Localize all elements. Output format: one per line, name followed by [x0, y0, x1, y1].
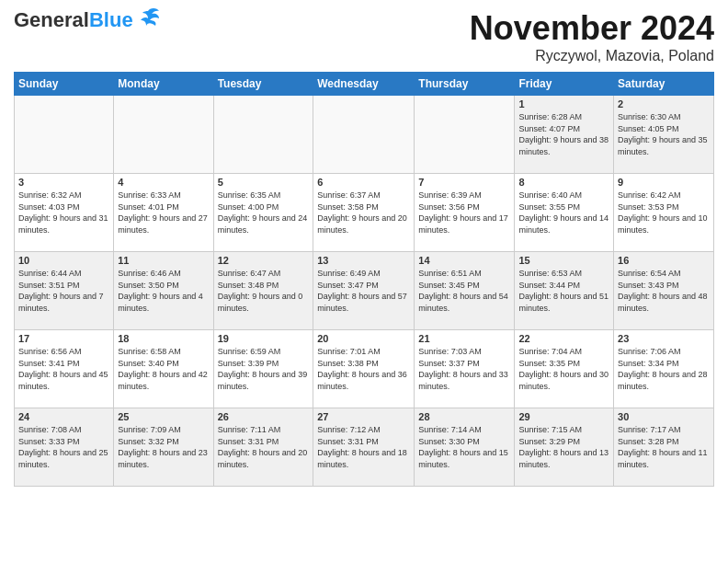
- day-number: 16: [618, 255, 710, 266]
- day-number: 27: [317, 411, 410, 422]
- day-info: Sunrise: 6:49 AMSunset: 3:47 PMDaylight:…: [317, 268, 410, 314]
- calendar-cell: 4Sunrise: 6:33 AMSunset: 4:01 PMDaylight…: [114, 174, 213, 252]
- day-number: 9: [618, 177, 710, 188]
- weekday-header: Monday: [114, 73, 213, 96]
- calendar-cell: 29Sunrise: 7:15 AMSunset: 3:29 PMDayligh…: [515, 408, 614, 487]
- weekday-header: Thursday: [415, 73, 515, 96]
- day-info: Sunrise: 6:53 AMSunset: 3:44 PMDaylight:…: [518, 268, 609, 314]
- logo-general: General: [14, 8, 89, 31]
- calendar-cell: 28Sunrise: 7:14 AMSunset: 3:30 PMDayligh…: [415, 408, 515, 487]
- calendar-week-row: 1Sunrise: 6:28 AMSunset: 4:07 PMDaylight…: [15, 96, 714, 174]
- day-info: Sunrise: 6:40 AMSunset: 3:55 PMDaylight:…: [518, 190, 609, 236]
- calendar-cell: 3Sunrise: 6:32 AMSunset: 4:03 PMDaylight…: [15, 174, 114, 252]
- calendar-cell: 1Sunrise: 6:28 AMSunset: 4:07 PMDaylight…: [515, 96, 614, 174]
- day-info: Sunrise: 6:54 AMSunset: 3:43 PMDaylight:…: [618, 268, 710, 314]
- calendar-cell: 25Sunrise: 7:09 AMSunset: 3:32 PMDayligh…: [114, 408, 213, 487]
- day-number: 18: [118, 333, 209, 344]
- header: GeneralBlue November 2024 Ryczywol, Mazo…: [14, 9, 714, 64]
- calendar-cell: 22Sunrise: 7:04 AMSunset: 3:35 PMDayligh…: [515, 330, 614, 408]
- calendar-cell: [213, 96, 313, 174]
- day-info: Sunrise: 6:35 AMSunset: 4:00 PMDaylight:…: [218, 190, 310, 236]
- calendar-cell: 12Sunrise: 6:47 AMSunset: 3:48 PMDayligh…: [213, 252, 313, 330]
- calendar-cell: 5Sunrise: 6:35 AMSunset: 4:00 PMDaylight…: [213, 174, 313, 252]
- day-info: Sunrise: 6:39 AMSunset: 3:56 PMDaylight:…: [418, 190, 510, 236]
- day-info: Sunrise: 7:12 AMSunset: 3:31 PMDaylight:…: [317, 424, 410, 470]
- day-info: Sunrise: 6:56 AMSunset: 3:41 PMDaylight:…: [18, 346, 109, 392]
- day-number: 12: [218, 255, 310, 266]
- calendar-cell: [15, 96, 114, 174]
- calendar-cell: 17Sunrise: 6:56 AMSunset: 3:41 PMDayligh…: [15, 330, 114, 408]
- day-info: Sunrise: 7:03 AMSunset: 3:37 PMDaylight:…: [418, 346, 510, 392]
- day-info: Sunrise: 7:17 AMSunset: 3:28 PMDaylight:…: [618, 424, 710, 470]
- calendar-cell: 14Sunrise: 6:51 AMSunset: 3:45 PMDayligh…: [415, 252, 515, 330]
- day-number: 2: [618, 98, 710, 109]
- calendar-cell: 8Sunrise: 6:40 AMSunset: 3:55 PMDaylight…: [515, 174, 614, 252]
- calendar-cell: 16Sunrise: 6:54 AMSunset: 3:43 PMDayligh…: [614, 252, 714, 330]
- calendar-cell: 30Sunrise: 7:17 AMSunset: 3:28 PMDayligh…: [614, 408, 714, 487]
- calendar-cell: [313, 96, 415, 174]
- day-info: Sunrise: 7:14 AMSunset: 3:30 PMDaylight:…: [418, 424, 510, 470]
- day-info: Sunrise: 6:33 AMSunset: 4:01 PMDaylight:…: [118, 190, 209, 236]
- calendar-week-row: 3Sunrise: 6:32 AMSunset: 4:03 PMDaylight…: [15, 174, 714, 252]
- day-number: 24: [18, 411, 109, 422]
- logo-blue: Blue: [89, 8, 133, 31]
- day-number: 14: [418, 255, 510, 266]
- weekday-header-row: SundayMondayTuesdayWednesdayThursdayFrid…: [15, 73, 714, 96]
- calendar-week-row: 10Sunrise: 6:44 AMSunset: 3:51 PMDayligh…: [15, 252, 714, 330]
- day-number: 6: [317, 177, 410, 188]
- day-number: 5: [218, 177, 310, 188]
- title-block: November 2024 Ryczywol, Mazovia, Poland: [470, 9, 714, 64]
- weekday-header: Friday: [515, 73, 614, 96]
- calendar-cell: 27Sunrise: 7:12 AMSunset: 3:31 PMDayligh…: [313, 408, 415, 487]
- weekday-header: Wednesday: [313, 73, 415, 96]
- day-info: Sunrise: 6:58 AMSunset: 3:40 PMDaylight:…: [118, 346, 209, 392]
- month-title: November 2024: [470, 9, 714, 48]
- day-number: 11: [118, 255, 209, 266]
- calendar-week-row: 17Sunrise: 6:56 AMSunset: 3:41 PMDayligh…: [15, 330, 714, 408]
- calendar-cell: 13Sunrise: 6:49 AMSunset: 3:47 PMDayligh…: [313, 252, 415, 330]
- day-number: 8: [518, 177, 609, 188]
- calendar-cell: 7Sunrise: 6:39 AMSunset: 3:56 PMDaylight…: [415, 174, 515, 252]
- day-number: 29: [518, 411, 609, 422]
- day-number: 13: [317, 255, 410, 266]
- day-info: Sunrise: 6:44 AMSunset: 3:51 PMDaylight:…: [18, 268, 109, 314]
- day-number: 23: [618, 333, 710, 344]
- day-number: 1: [518, 98, 609, 109]
- day-number: 3: [18, 177, 109, 188]
- calendar-cell: 19Sunrise: 6:59 AMSunset: 3:39 PMDayligh…: [213, 330, 313, 408]
- day-info: Sunrise: 7:04 AMSunset: 3:35 PMDaylight:…: [518, 346, 609, 392]
- day-info: Sunrise: 6:30 AMSunset: 4:05 PMDaylight:…: [618, 111, 710, 157]
- calendar-cell: [114, 96, 213, 174]
- day-info: Sunrise: 6:42 AMSunset: 3:53 PMDaylight:…: [618, 190, 710, 236]
- day-info: Sunrise: 7:15 AMSunset: 3:29 PMDaylight:…: [518, 424, 609, 470]
- day-number: 22: [518, 333, 609, 344]
- page: GeneralBlue November 2024 Ryczywol, Mazo…: [0, 0, 728, 563]
- day-info: Sunrise: 6:28 AMSunset: 4:07 PMDaylight:…: [518, 111, 609, 157]
- logo: GeneralBlue: [14, 9, 161, 31]
- day-number: 26: [218, 411, 310, 422]
- calendar-cell: 20Sunrise: 7:01 AMSunset: 3:38 PMDayligh…: [313, 330, 415, 408]
- day-info: Sunrise: 6:37 AMSunset: 3:58 PMDaylight:…: [317, 190, 410, 236]
- day-info: Sunrise: 6:46 AMSunset: 3:50 PMDaylight:…: [118, 268, 209, 314]
- day-number: 4: [118, 177, 209, 188]
- day-number: 28: [418, 411, 510, 422]
- calendar-week-row: 24Sunrise: 7:08 AMSunset: 3:33 PMDayligh…: [15, 408, 714, 487]
- calendar-cell: 23Sunrise: 7:06 AMSunset: 3:34 PMDayligh…: [614, 330, 714, 408]
- day-number: 15: [518, 255, 609, 266]
- day-info: Sunrise: 7:01 AMSunset: 3:38 PMDaylight:…: [317, 346, 410, 392]
- day-info: Sunrise: 6:32 AMSunset: 4:03 PMDaylight:…: [18, 190, 109, 236]
- weekday-header: Sunday: [15, 73, 114, 96]
- day-number: 20: [317, 333, 410, 344]
- day-number: 25: [118, 411, 209, 422]
- day-number: 30: [618, 411, 710, 422]
- calendar-cell: 9Sunrise: 6:42 AMSunset: 3:53 PMDaylight…: [614, 174, 714, 252]
- day-info: Sunrise: 7:11 AMSunset: 3:31 PMDaylight:…: [218, 424, 310, 470]
- day-info: Sunrise: 6:59 AMSunset: 3:39 PMDaylight:…: [218, 346, 310, 392]
- day-number: 10: [18, 255, 109, 266]
- calendar-cell: 24Sunrise: 7:08 AMSunset: 3:33 PMDayligh…: [15, 408, 114, 487]
- location: Ryczywol, Mazovia, Poland: [470, 48, 714, 64]
- calendar: SundayMondayTuesdayWednesdayThursdayFrid…: [14, 72, 714, 487]
- weekday-header: Tuesday: [213, 73, 313, 96]
- calendar-cell: 26Sunrise: 7:11 AMSunset: 3:31 PMDayligh…: [213, 408, 313, 487]
- weekday-header: Saturday: [614, 73, 714, 96]
